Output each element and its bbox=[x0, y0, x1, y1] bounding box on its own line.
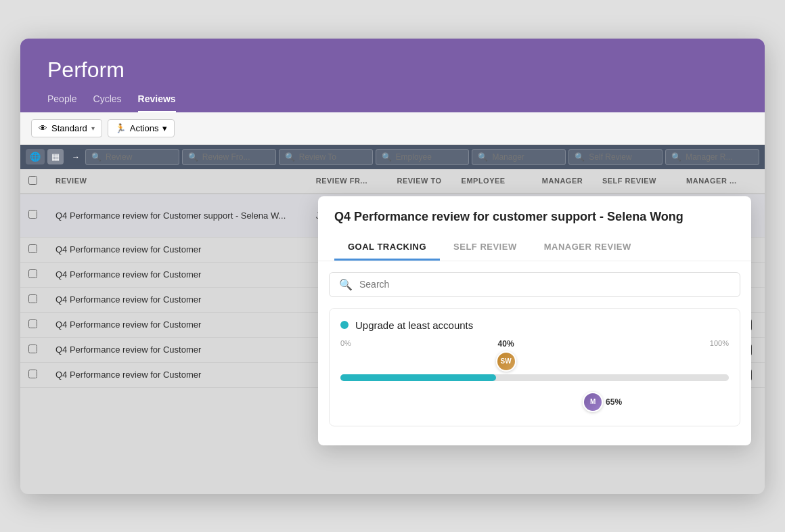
table-area: REVIEW REVIEW FR... REVIEW TO EMPLOYEE M… bbox=[20, 169, 765, 494]
header: Perform People Cycles Reviews bbox=[20, 39, 765, 112]
nav-cycles[interactable]: Cycles bbox=[93, 93, 122, 112]
actions-label: Actions bbox=[130, 123, 159, 133]
detail-modal: Q4 Performance review for customer suppo… bbox=[318, 196, 751, 445]
filter-arrow-icon: → bbox=[69, 152, 83, 162]
filter-bar: 🌐 ▦ → 🔍 🔍 🔍 🔍 🔍 🔍 🔍 bbox=[20, 145, 765, 169]
manager-avatar-marker: M bbox=[583, 392, 603, 412]
search-icon: 🔍 bbox=[91, 152, 102, 162]
employee-filter-input[interactable] bbox=[396, 152, 464, 162]
person-icon: 🏃 bbox=[115, 123, 126, 133]
goal-search-input[interactable] bbox=[359, 279, 730, 290]
toolbar-left: 👁 Standard ▾ 🏃 Actions ▾ bbox=[31, 119, 175, 137]
view-selector[interactable]: 👁 Standard ▾ bbox=[31, 119, 102, 137]
filter-bar-icons: 🌐 ▦ bbox=[26, 149, 64, 164]
search-icon: 🔍 bbox=[339, 278, 353, 291]
nav-people[interactable]: People bbox=[47, 93, 77, 112]
self-review-filter-input[interactable] bbox=[589, 152, 656, 162]
actions-button[interactable]: 🏃 Actions ▾ bbox=[108, 119, 175, 137]
search-icon: 🔍 bbox=[188, 152, 198, 162]
review-to-filter-input[interactable] bbox=[299, 152, 367, 162]
app-title: Perform bbox=[47, 58, 738, 83]
modal-header: Q4 Performance review for customer suppo… bbox=[318, 196, 751, 261]
goal-status-dot bbox=[340, 321, 349, 329]
search-icon: 🔍 bbox=[671, 152, 681, 162]
app-window: Perform People Cycles Reviews 👁 Standard… bbox=[20, 39, 765, 494]
globe-icon-btn[interactable]: 🌐 bbox=[26, 149, 45, 164]
manager-review-filter[interactable]: 🔍 bbox=[665, 149, 759, 165]
progress-start-label: 0% bbox=[340, 339, 351, 347]
review-filter[interactable]: 🔍 bbox=[85, 149, 179, 165]
search-icon: 🔍 bbox=[575, 152, 585, 162]
tab-goal-tracking[interactable]: GOAL TRACKING bbox=[334, 235, 440, 261]
search-icon: 🔍 bbox=[285, 152, 295, 162]
chevron-down-icon: ▾ bbox=[91, 125, 95, 132]
employee-filter[interactable]: 🔍 bbox=[376, 149, 470, 165]
manager-pct-label: 65% bbox=[606, 397, 622, 407]
view-label: Standard bbox=[51, 123, 87, 133]
manager-review-filter-input[interactable] bbox=[686, 152, 753, 162]
progress-track: 40% SW M 65% bbox=[340, 374, 729, 381]
tab-self-review[interactable]: SELF REVIEW bbox=[440, 235, 531, 261]
eye-icon: 👁 bbox=[39, 123, 47, 133]
progress-end-label: 100% bbox=[710, 339, 729, 347]
modal-tabs: GOAL TRACKING SELF REVIEW MANAGER REVIEW bbox=[334, 235, 735, 261]
manager-filter[interactable]: 🔍 bbox=[472, 149, 566, 165]
review-from-filter-input[interactable] bbox=[202, 152, 270, 162]
modal-title: Q4 Performance review for customer suppo… bbox=[334, 210, 735, 224]
manager-filter-input[interactable] bbox=[492, 152, 560, 162]
employee-pct-label: 40% bbox=[498, 339, 514, 349]
column-icon-btn[interactable]: ▦ bbox=[47, 149, 64, 164]
goal-name: Upgrade at least accounts bbox=[355, 319, 473, 331]
employee-progress-marker: 40% SW bbox=[496, 339, 516, 372]
modal-overlay: Q4 Performance review for customer suppo… bbox=[20, 169, 765, 494]
chevron-down-icon: ▾ bbox=[162, 123, 167, 133]
modal-body: 🔍 Upgrade at least accounts 0% 100% bbox=[318, 261, 751, 445]
goal-search-bar[interactable]: 🔍 bbox=[329, 272, 740, 297]
self-review-filter[interactable]: 🔍 bbox=[568, 149, 663, 165]
employee-avatar-marker: SW bbox=[496, 351, 516, 372]
progress-section: 0% 100% 40% SW bbox=[340, 339, 729, 381]
search-icon: 🔍 bbox=[382, 152, 392, 162]
tab-manager-review[interactable]: MANAGER REVIEW bbox=[531, 235, 645, 261]
goal-header: Upgrade at least accounts bbox=[340, 319, 729, 331]
review-to-filter[interactable]: 🔍 bbox=[279, 149, 373, 165]
nav-reviews[interactable]: Reviews bbox=[138, 93, 176, 112]
header-nav: People Cycles Reviews bbox=[47, 93, 738, 112]
review-filter-input[interactable] bbox=[106, 152, 173, 162]
manager-progress-marker: M 65% bbox=[583, 392, 622, 412]
toolbar: 👁 Standard ▾ 🏃 Actions ▾ bbox=[20, 112, 765, 145]
progress-fill bbox=[340, 374, 496, 381]
search-icon: 🔍 bbox=[478, 152, 488, 162]
progress-labels: 0% 100% bbox=[340, 339, 729, 347]
review-from-filter[interactable]: 🔍 bbox=[182, 149, 276, 165]
goal-card: Upgrade at least accounts 0% 100% 40% bbox=[329, 308, 740, 426]
